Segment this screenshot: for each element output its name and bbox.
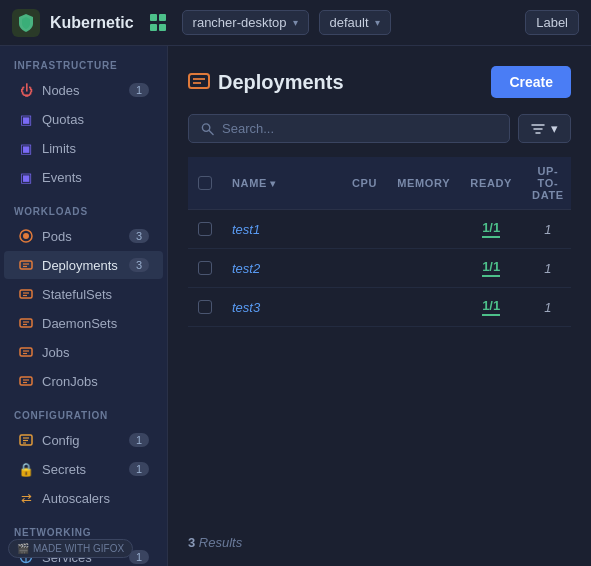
power-icon: ⏻ (18, 82, 34, 98)
sidebar-item-jobs[interactable]: Jobs (4, 338, 163, 366)
gifox-label: MADE WITH GIFOX (33, 543, 124, 554)
sidebar-item-secrets[interactable]: 🔒 Secrets 1 (4, 455, 163, 483)
row-check[interactable] (188, 249, 222, 288)
label-button[interactable]: Label (525, 10, 579, 35)
search-input[interactable] (222, 121, 497, 136)
row-ready: 1/1 (460, 210, 522, 249)
row-uptodate: 1 (522, 288, 571, 327)
sidebar-item-limits[interactable]: ▣ Limits (4, 134, 163, 162)
gifox-badge: 🎬 MADE WITH GIFOX (8, 539, 133, 558)
sidebar: Infrastructure ⏻ Nodes 1 ▣ Quotas ▣ Limi… (0, 46, 168, 566)
cronjobs-icon (18, 373, 34, 389)
topbar: Kubernetic rancher-desktop ▾ default ▾ L… (0, 0, 591, 46)
row-name[interactable]: test3 (222, 288, 342, 327)
namespace-dropdown[interactable]: default ▾ (319, 10, 391, 35)
sidebar-item-label: Nodes (42, 83, 80, 98)
svg-rect-27 (189, 74, 209, 88)
sidebar-item-nodes[interactable]: ⏻ Nodes 1 (4, 76, 163, 104)
row-memory (387, 249, 460, 288)
deployments-table-wrap: NAME ▾ CPU MEMORY READY (188, 157, 571, 523)
row-name[interactable]: test2 (222, 249, 342, 288)
row-check[interactable] (188, 210, 222, 249)
row-cpu (342, 288, 387, 327)
row-check[interactable] (188, 288, 222, 327)
row-uptodate: 1 (522, 210, 571, 249)
gifox-icon: 🎬 (17, 543, 29, 554)
sidebar-item-deployments[interactable]: Deployments 3 (4, 251, 163, 279)
search-icon (201, 122, 214, 136)
col-header-check (188, 157, 222, 210)
deployments-badge: 3 (129, 258, 149, 272)
select-all-checkbox[interactable] (198, 176, 212, 190)
filter-icon (531, 122, 545, 136)
row-ready: 1/1 (460, 249, 522, 288)
autoscaler-icon: ⇄ (18, 490, 34, 506)
nodes-badge: 1 (129, 83, 149, 97)
results-label: Results (199, 535, 242, 550)
sidebar-item-config[interactable]: Config 1 (4, 426, 163, 454)
sidebar-item-daemonsets[interactable]: DaemonSets (4, 309, 163, 337)
row-memory (387, 288, 460, 327)
grid-menu-icon[interactable] (150, 14, 168, 32)
svg-rect-12 (20, 348, 32, 356)
sidebar-item-quotas[interactable]: ▣ Quotas (4, 105, 163, 133)
table-row[interactable]: test2 1/1 1 (188, 249, 571, 288)
section-configuration: Configuration (0, 396, 167, 425)
row-uptodate: 1 (522, 249, 571, 288)
deployments-page-icon (188, 70, 210, 95)
results-count: 3 (188, 535, 195, 550)
jobs-icon (18, 344, 34, 360)
svg-rect-9 (20, 319, 32, 327)
sidebar-item-pods[interactable]: Pods 3 (4, 222, 163, 250)
sidebar-item-label: Config (42, 433, 80, 448)
main-content: Deployments Create ▾ (168, 46, 591, 566)
svg-point-2 (23, 233, 29, 239)
app-title: Kubernetic (50, 14, 134, 32)
sidebar-item-label: Jobs (42, 345, 69, 360)
sidebar-item-events[interactable]: ▣ Events (4, 163, 163, 191)
col-header-ready: READY (460, 157, 522, 210)
table-row[interactable]: test1 1/1 1 (188, 210, 571, 249)
svg-line-31 (209, 130, 213, 134)
row-checkbox[interactable] (198, 300, 212, 314)
create-button[interactable]: Create (491, 66, 571, 98)
col-header-uptodate: UP-TO-DATE (522, 157, 571, 210)
cluster-dropdown[interactable]: rancher-desktop ▾ (182, 10, 309, 35)
row-checkbox[interactable] (198, 261, 212, 275)
row-checkbox[interactable] (198, 222, 212, 236)
pods-badge: 3 (129, 229, 149, 243)
sidebar-item-statefulsets[interactable]: StatefulSets (4, 280, 163, 308)
svg-rect-15 (20, 377, 32, 385)
svg-rect-3 (20, 261, 32, 269)
row-cpu (342, 210, 387, 249)
search-input-wrap[interactable] (188, 114, 510, 143)
namespace-chevron-icon: ▾ (375, 17, 380, 28)
row-ready: 1/1 (460, 288, 522, 327)
sidebar-item-label: StatefulSets (42, 287, 112, 302)
layout: Infrastructure ⏻ Nodes 1 ▣ Quotas ▣ Limi… (0, 46, 591, 566)
page-title: Deployments (218, 71, 344, 94)
col-header-memory: MEMORY (387, 157, 460, 210)
row-name[interactable]: test1 (222, 210, 342, 249)
sidebar-item-label: Limits (42, 141, 76, 156)
sidebar-item-cronjobs[interactable]: CronJobs (4, 367, 163, 395)
col-header-name[interactable]: NAME ▾ (222, 157, 342, 210)
secrets-badge: 1 (129, 462, 149, 476)
deployments-table: NAME ▾ CPU MEMORY READY (188, 157, 571, 327)
section-networking: Networking (0, 513, 167, 542)
lock-icon: 🔒 (18, 461, 34, 477)
row-memory (387, 210, 460, 249)
event-icon: ▣ (18, 169, 34, 185)
config-badge: 1 (129, 433, 149, 447)
svg-rect-6 (20, 290, 32, 298)
namespace-label: default (330, 15, 369, 30)
pods-icon (18, 228, 34, 244)
logo-icon (12, 9, 40, 37)
svg-point-30 (202, 123, 209, 130)
section-infrastructure: Infrastructure (0, 46, 167, 75)
table-row[interactable]: test3 1/1 1 (188, 288, 571, 327)
sidebar-item-autoscalers[interactable]: ⇄ Autoscalers (4, 484, 163, 512)
filter-button[interactable]: ▾ (518, 114, 571, 143)
page-title-row: Deployments (188, 70, 344, 95)
cluster-label: rancher-desktop (193, 15, 287, 30)
